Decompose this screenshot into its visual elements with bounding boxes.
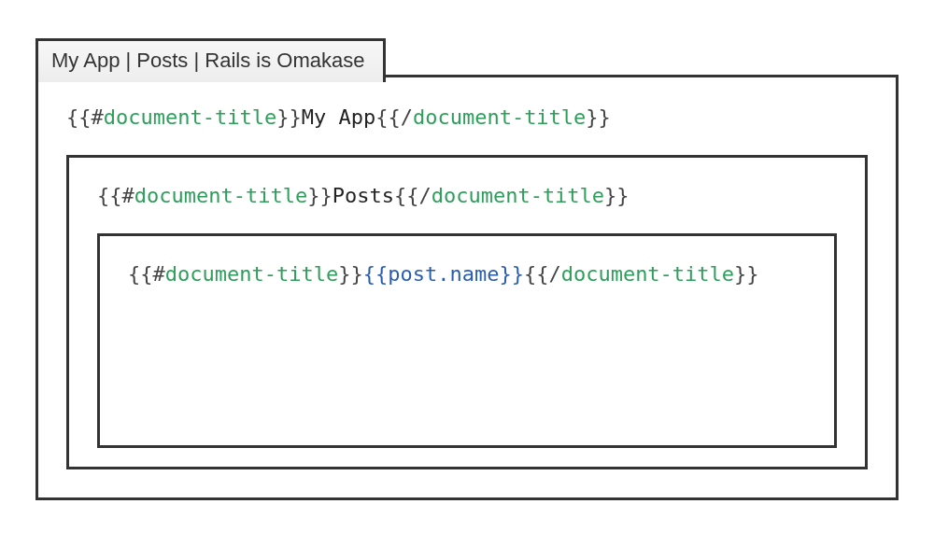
code-line-level2: {{#document-title}}{{post.name}}{{/docum…	[128, 262, 806, 286]
helper-name-close: document-title	[432, 184, 604, 207]
brace-open-hash: {{#	[66, 105, 104, 129]
brace-open-hash: {{#	[97, 184, 134, 207]
brace-open-slash: {{/	[524, 262, 561, 286]
code-line-level1: {{#document-title}}Posts{{/document-titl…	[97, 184, 837, 207]
brace-open-hash: {{#	[128, 262, 165, 286]
tab-title: My App | Posts | Rails is Omakase	[51, 49, 364, 72]
helper-name-close: document-title	[413, 105, 586, 129]
brace-close: }}	[307, 184, 333, 207]
brace-open-slash: {{/	[394, 184, 432, 207]
expr-name: post.name	[388, 262, 499, 286]
brace-close: }}	[276, 105, 302, 129]
helper-name: document-title	[104, 105, 276, 129]
code-line-level0: {{#document-title}}My App{{/document-tit…	[66, 105, 868, 129]
content-level1: Posts	[333, 184, 394, 207]
nested-box-level1: {{#document-title}}Posts{{/document-titl…	[66, 155, 868, 469]
helper-name: document-title	[134, 184, 307, 207]
window-frame: My App | Posts | Rails is Omakase {{#doc…	[35, 75, 899, 500]
brace-close: }}	[338, 262, 363, 286]
nested-box-level2: {{#document-title}}{{post.name}}{{/docum…	[97, 233, 837, 448]
browser-tab[interactable]: My App | Posts | Rails is Omakase	[35, 38, 386, 82]
tab-bar: My App | Posts | Rails is Omakase	[35, 38, 386, 82]
helper-name-close: document-title	[561, 262, 734, 286]
brace-close-end: }}	[586, 105, 611, 129]
brace-close-end: }}	[604, 184, 630, 207]
brace-open-slash: {{/	[375, 105, 413, 129]
helper-name: document-title	[165, 262, 338, 286]
expr-close: }}	[499, 262, 524, 286]
expr-open: {{	[363, 262, 389, 286]
brace-close-end: }}	[734, 262, 759, 286]
content-level0: My App	[302, 105, 375, 129]
